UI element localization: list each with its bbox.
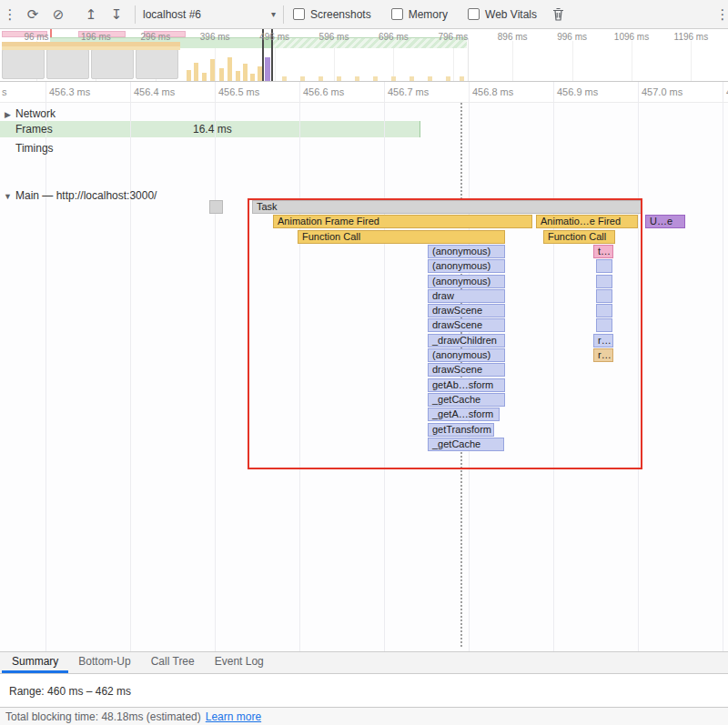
capture-select[interactable]: localhost #6 ▾ xyxy=(139,6,279,23)
flame-bar[interactable] xyxy=(596,318,612,332)
toolbar-separator xyxy=(135,5,136,24)
collapse-triangle-icon[interactable]: ▼ xyxy=(4,192,12,201)
screenshots-checkbox-label: Screenshots xyxy=(310,8,371,21)
chart-gridline xyxy=(638,103,639,651)
flame-bar[interactable] xyxy=(596,275,612,288)
timeline-overview[interactable]: 96 ms196 ms296 ms396 ms496 ms596 ms696 m… xyxy=(0,29,728,82)
chart-gridline xyxy=(46,103,46,651)
flame-bar[interactable]: Function Call xyxy=(298,230,505,244)
screenshots-checkbox[interactable]: Screenshots xyxy=(293,8,371,21)
reload-icon[interactable]: ⟳ xyxy=(24,5,42,25)
track-label-timings: Timings xyxy=(15,142,54,155)
tab-call-tree[interactable]: Call Tree xyxy=(141,652,205,673)
overview-tick-label: 696 ms xyxy=(379,32,409,42)
ruler-tick-line xyxy=(384,82,385,103)
flame-bar[interactable]: drawScene xyxy=(428,304,505,317)
ruler-tick-label: 457.0 ms xyxy=(642,86,682,97)
overview-tick-label: 1096 ms xyxy=(614,32,649,42)
flame-bar[interactable]: (anonymous) xyxy=(428,245,505,258)
ruler-tick-line xyxy=(723,82,723,103)
overview-tick-label: 196 ms xyxy=(81,32,111,42)
flame-bar[interactable]: drawScene xyxy=(428,363,505,377)
details-tab-bar: SummaryBottom-UpCall TreeEvent Log xyxy=(0,651,728,674)
ruler-tick-label: 456.3 ms xyxy=(49,86,90,97)
flame-bar[interactable]: (anonymous) xyxy=(428,275,505,288)
track-label-main[interactable]: Main — http://localhost:3000/ xyxy=(15,189,157,202)
checkbox-box xyxy=(468,8,480,20)
ruler-tick-line xyxy=(469,82,470,103)
flame-bar[interactable]: Animatio…e Fired xyxy=(536,215,638,228)
overview-tick-label: 96 ms xyxy=(24,32,48,42)
trash-icon[interactable] xyxy=(550,5,568,25)
tab-event-log[interactable]: Event Log xyxy=(205,652,274,673)
toolbar-separator xyxy=(283,5,284,24)
flame-bar[interactable]: U…e xyxy=(645,215,685,228)
flame-bar[interactable]: draw xyxy=(428,289,505,303)
flame-bar[interactable]: _drawChildren xyxy=(428,334,505,347)
total-blocking-time-text: Total blocking time: 48.18ms (estimated) xyxy=(5,710,201,723)
flame-bar[interactable]: (anonymous) xyxy=(428,259,505,273)
kebab-menu-icon[interactable]: ⋮ xyxy=(4,5,16,25)
time-ruler: s 456.3 ms456.4 ms456.5 ms456.6 ms456.7 … xyxy=(0,82,728,103)
flame-bar[interactable]: _getCache xyxy=(428,393,505,407)
clear-icon[interactable]: ⊘ xyxy=(49,5,67,25)
flame-bar[interactable]: getAb…sform xyxy=(428,378,505,392)
summary-range-text: Range: 460 ms – 462 ms xyxy=(9,685,131,698)
chart-gridline xyxy=(469,103,470,651)
devtools-performance-panel: ⋮ ⟳ ⊘ ↥ ↧ localhost #6 ▾ Screenshots Mem… xyxy=(0,0,728,725)
chart-gridline xyxy=(215,103,216,651)
flame-bar[interactable] xyxy=(209,200,223,214)
tab-bottom-up[interactable]: Bottom-Up xyxy=(68,652,140,673)
track-label-frames: Frames xyxy=(15,123,53,136)
flame-bar[interactable]: Animation Frame Fired xyxy=(273,215,532,228)
flame-bar[interactable]: (anonymous) xyxy=(428,348,505,362)
ruler-tick-line xyxy=(638,82,639,103)
flame-bar[interactable] xyxy=(596,304,612,317)
chart-gridline xyxy=(723,103,723,651)
flame-bar[interactable]: Function Call xyxy=(543,230,615,244)
frame-duration-label: 16.4 ms xyxy=(193,123,232,136)
web-vitals-checkbox-label: Web Vitals xyxy=(485,8,537,21)
overview-tick-label: 796 ms xyxy=(438,32,468,42)
save-profile-icon[interactable]: ↧ xyxy=(107,5,126,25)
chart-gridline xyxy=(384,103,385,651)
chart-gridline xyxy=(299,103,300,651)
overview-tick-label: 496 ms xyxy=(259,32,289,42)
flame-bar[interactable]: r… xyxy=(593,334,613,347)
expand-triangle-icon[interactable]: ▶ xyxy=(5,110,11,119)
overview-tick-label: 596 ms xyxy=(319,32,349,42)
web-vitals-checkbox[interactable]: Web Vitals xyxy=(468,8,537,21)
flame-bar[interactable]: t… xyxy=(593,245,613,258)
track-label-network[interactable]: Network xyxy=(15,107,56,120)
chart-gridline xyxy=(130,103,131,651)
load-profile-icon[interactable]: ↥ xyxy=(82,5,100,25)
checkbox-box xyxy=(391,8,403,20)
memory-checkbox[interactable]: Memory xyxy=(391,8,448,21)
overview-tick-label: 996 ms xyxy=(557,32,587,42)
ruler-tick-label: 456.7 ms xyxy=(388,86,429,97)
flame-chart-area: ▶ Network Frames 16.4 ms Timings ▼ Main … xyxy=(0,103,728,651)
flame-bar[interactable]: Task xyxy=(252,200,642,214)
ruler-tick-line xyxy=(130,82,131,103)
learn-more-link[interactable]: Learn more xyxy=(206,710,261,723)
flame-bar[interactable]: r… xyxy=(593,348,613,362)
overview-tick-label: 1196 ms xyxy=(674,32,709,42)
ruler-tick-line xyxy=(299,82,300,103)
flame-bar[interactable] xyxy=(596,259,612,273)
flame-bar[interactable]: _getCache xyxy=(428,438,504,451)
flame-bar[interactable]: drawScene xyxy=(428,318,505,332)
summary-pane: Range: 460 ms – 462 ms xyxy=(0,674,728,707)
overview-tick-label: 896 ms xyxy=(498,32,528,42)
flame-bar[interactable]: _getA…sform xyxy=(428,408,500,421)
chart-gridline xyxy=(553,103,554,651)
ruler-tick-line xyxy=(46,82,46,103)
tab-summary[interactable]: Summary xyxy=(2,652,68,673)
ruler-tick-label: 456.6 ms xyxy=(303,86,344,97)
flame-bar[interactable]: getTransform xyxy=(428,423,494,437)
capture-select-label: localhost #6 xyxy=(143,8,201,21)
flame-bar[interactable] xyxy=(596,289,612,303)
ruler-tick-label: 456.9 ms xyxy=(557,86,598,97)
ruler-tick-line xyxy=(215,82,216,103)
more-options-icon[interactable]: ⋮ xyxy=(717,5,728,25)
ruler-edge-label: s xyxy=(2,86,7,97)
